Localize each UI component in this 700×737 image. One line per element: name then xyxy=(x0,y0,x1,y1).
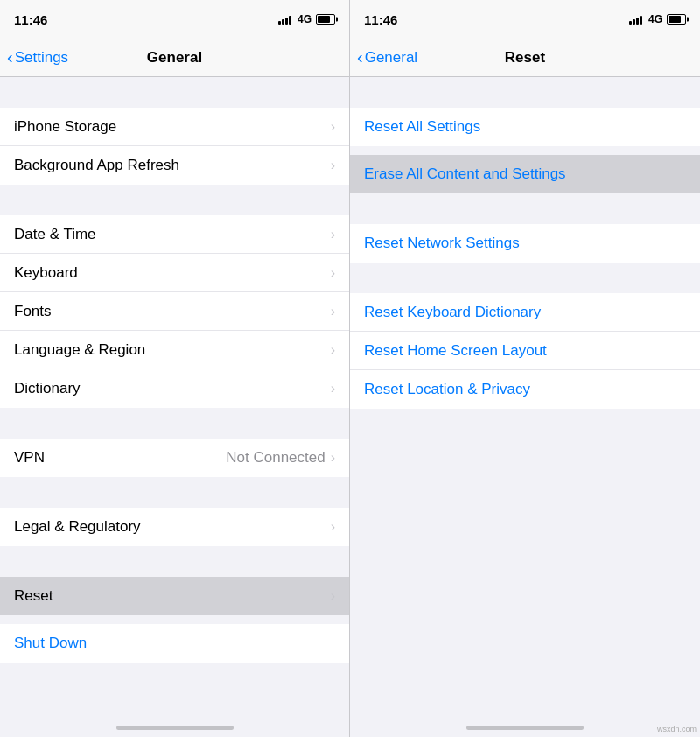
right-section-3: Reset Network Settings xyxy=(350,224,700,263)
left-status-bar: 11:46 4G xyxy=(0,0,349,39)
reset-all-settings-item[interactable]: Reset All Settings xyxy=(350,108,700,146)
right-section-2: Erase All Content and Settings xyxy=(350,155,700,193)
reset-home-screen-layout-label: Reset Home Screen Layout xyxy=(364,342,686,360)
left-gap-2 xyxy=(0,185,349,215)
right-gap-3 xyxy=(350,193,700,224)
vpn-label: VPN xyxy=(14,449,226,467)
vpn-item[interactable]: VPN Not Connected › xyxy=(0,439,349,477)
left-back-button[interactable]: ‹ Settings xyxy=(7,48,68,67)
dictionary-item[interactable]: Dictionary › xyxy=(0,369,349,408)
date-time-label: Date & Time xyxy=(14,226,331,243)
left-section-6: Shut Down xyxy=(0,624,349,663)
left-section-1: iPhone Storage › Background App Refresh … xyxy=(0,108,349,185)
right-home-bar xyxy=(466,726,584,730)
iphone-storage-item[interactable]: iPhone Storage › xyxy=(0,108,349,146)
right-back-label: General xyxy=(365,49,417,67)
fonts-item[interactable]: Fonts › xyxy=(0,292,349,331)
left-gap-5 xyxy=(0,546,349,577)
right-status-icons: 4G xyxy=(629,13,686,25)
right-status-bar: 11:46 4G xyxy=(350,0,700,39)
reset-item[interactable]: Reset › xyxy=(0,577,349,615)
iphone-storage-chevron-icon: › xyxy=(331,119,335,135)
left-section-5: Reset › xyxy=(0,577,349,615)
iphone-storage-label: iPhone Storage xyxy=(14,118,331,136)
language-region-label: Language & Region xyxy=(14,341,331,359)
right-section-4: Reset Keyboard Dictionary Reset Home Scr… xyxy=(350,293,700,409)
right-panel: 11:46 4G ‹ General Reset Reset All Setti… xyxy=(350,0,700,737)
left-time: 11:46 xyxy=(14,12,47,27)
reset-home-screen-layout-item[interactable]: Reset Home Screen Layout xyxy=(350,332,700,370)
dictionary-label: Dictionary xyxy=(14,380,331,397)
background-app-refresh-item[interactable]: Background App Refresh › xyxy=(0,146,349,185)
language-region-item[interactable]: Language & Region › xyxy=(0,331,349,369)
right-gap-4 xyxy=(350,263,700,293)
right-home-indicator xyxy=(350,409,700,737)
reset-keyboard-dictionary-item[interactable]: Reset Keyboard Dictionary xyxy=(350,293,700,332)
dictionary-chevron-icon: › xyxy=(331,381,335,397)
left-gap-3 xyxy=(0,408,349,439)
right-gap-1 xyxy=(350,77,700,108)
erase-all-content-item[interactable]: Erase All Content and Settings xyxy=(350,155,700,193)
left-home-bar xyxy=(116,726,234,730)
right-section-1: Reset All Settings xyxy=(350,108,700,146)
date-time-item[interactable]: Date & Time › xyxy=(0,215,349,254)
reset-chevron-icon: › xyxy=(331,588,335,604)
right-time: 11:46 xyxy=(364,12,397,27)
right-back-button[interactable]: ‹ General xyxy=(357,48,417,67)
fonts-chevron-icon: › xyxy=(331,304,335,319)
left-home-indicator xyxy=(0,663,349,737)
watermark: wsxdn.com xyxy=(657,725,696,733)
right-network-label: 4G xyxy=(648,13,662,25)
left-nav-bar: ‹ Settings General xyxy=(0,39,349,77)
right-gap-2 xyxy=(350,146,700,155)
left-section-3: VPN Not Connected › xyxy=(0,439,349,477)
left-signal-icon xyxy=(278,14,291,25)
reset-label: Reset xyxy=(14,587,331,605)
keyboard-chevron-icon: › xyxy=(331,265,335,281)
left-gap-6 xyxy=(0,615,349,624)
language-region-chevron-icon: › xyxy=(331,342,335,358)
erase-all-content-label: Erase All Content and Settings xyxy=(364,165,686,183)
left-panel: 11:46 4G ‹ Settings General iPhone Stora… xyxy=(0,0,350,737)
right-signal-icon xyxy=(629,14,642,25)
reset-all-settings-label: Reset All Settings xyxy=(364,118,686,136)
right-nav-bar: ‹ General Reset xyxy=(350,39,700,77)
reset-location-privacy-label: Reset Location & Privacy xyxy=(364,381,686,398)
reset-network-settings-label: Reset Network Settings xyxy=(364,235,686,252)
left-status-icons: 4G xyxy=(278,13,335,25)
left-battery-icon xyxy=(316,14,335,25)
date-time-chevron-icon: › xyxy=(331,227,335,242)
left-back-label: Settings xyxy=(15,49,68,67)
left-nav-title: General xyxy=(147,49,202,67)
legal-regulatory-label: Legal & Regulatory xyxy=(14,518,331,536)
reset-network-settings-item[interactable]: Reset Network Settings xyxy=(350,224,700,263)
right-battery-icon xyxy=(667,14,686,25)
shut-down-label: Shut Down xyxy=(14,635,335,652)
legal-regulatory-chevron-icon: › xyxy=(331,519,335,535)
shut-down-item[interactable]: Shut Down xyxy=(0,624,349,663)
fonts-label: Fonts xyxy=(14,303,331,320)
keyboard-label: Keyboard xyxy=(14,264,331,282)
background-app-refresh-label: Background App Refresh xyxy=(14,157,331,174)
left-gap-1 xyxy=(0,77,349,108)
left-back-chevron-icon: ‹ xyxy=(7,47,13,67)
left-gap-4 xyxy=(0,477,349,508)
legal-regulatory-item[interactable]: Legal & Regulatory › xyxy=(0,508,349,546)
reset-keyboard-dictionary-label: Reset Keyboard Dictionary xyxy=(364,304,686,321)
vpn-chevron-icon: › xyxy=(331,450,335,466)
left-section-2: Date & Time › Keyboard › Fonts › Languag… xyxy=(0,215,349,408)
left-network-label: 4G xyxy=(298,13,312,25)
keyboard-item[interactable]: Keyboard › xyxy=(0,254,349,292)
right-nav-title: Reset xyxy=(505,49,545,67)
right-back-chevron-icon: ‹ xyxy=(357,47,363,67)
vpn-value: Not Connected xyxy=(226,449,325,467)
background-app-refresh-chevron-icon: › xyxy=(331,158,335,173)
left-section-4: Legal & Regulatory › xyxy=(0,508,349,546)
reset-location-privacy-item[interactable]: Reset Location & Privacy xyxy=(350,370,700,409)
